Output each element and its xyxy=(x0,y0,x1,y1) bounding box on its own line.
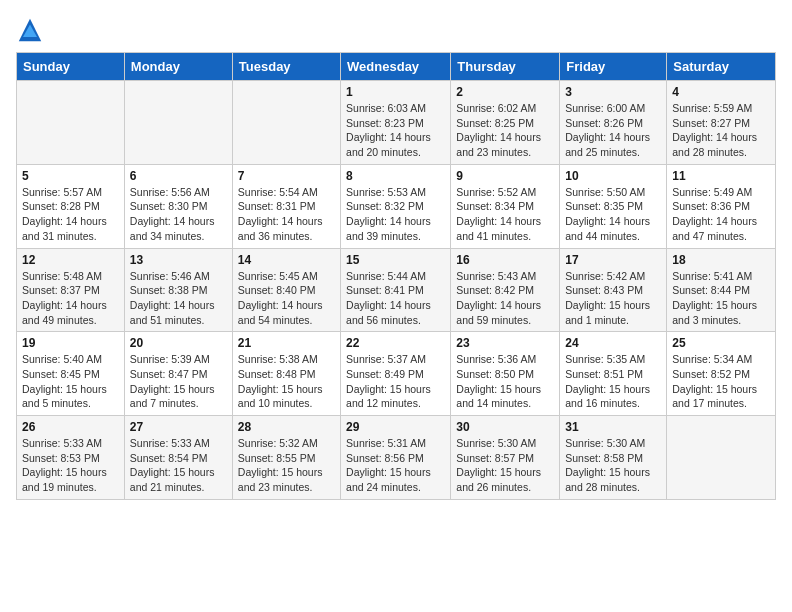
day-cell: 21Sunrise: 5:38 AM Sunset: 8:48 PM Dayli… xyxy=(232,332,340,416)
day-info: Sunrise: 5:46 AM Sunset: 8:38 PM Dayligh… xyxy=(130,269,227,328)
day-cell: 29Sunrise: 5:31 AM Sunset: 8:56 PM Dayli… xyxy=(341,416,451,500)
day-number: 19 xyxy=(22,336,119,350)
day-cell: 20Sunrise: 5:39 AM Sunset: 8:47 PM Dayli… xyxy=(124,332,232,416)
day-info: Sunrise: 5:43 AM Sunset: 8:42 PM Dayligh… xyxy=(456,269,554,328)
day-info: Sunrise: 5:41 AM Sunset: 8:44 PM Dayligh… xyxy=(672,269,770,328)
day-number: 20 xyxy=(130,336,227,350)
day-cell: 22Sunrise: 5:37 AM Sunset: 8:49 PM Dayli… xyxy=(341,332,451,416)
day-cell xyxy=(17,81,125,165)
day-number: 9 xyxy=(456,169,554,183)
day-number: 21 xyxy=(238,336,335,350)
day-info: Sunrise: 5:49 AM Sunset: 8:36 PM Dayligh… xyxy=(672,185,770,244)
day-cell: 9Sunrise: 5:52 AM Sunset: 8:34 PM Daylig… xyxy=(451,164,560,248)
day-number: 16 xyxy=(456,253,554,267)
day-info: Sunrise: 5:36 AM Sunset: 8:50 PM Dayligh… xyxy=(456,352,554,411)
day-cell: 6Sunrise: 5:56 AM Sunset: 8:30 PM Daylig… xyxy=(124,164,232,248)
day-info: Sunrise: 5:32 AM Sunset: 8:55 PM Dayligh… xyxy=(238,436,335,495)
day-cell: 31Sunrise: 5:30 AM Sunset: 8:58 PM Dayli… xyxy=(560,416,667,500)
day-cell: 26Sunrise: 5:33 AM Sunset: 8:53 PM Dayli… xyxy=(17,416,125,500)
day-cell: 18Sunrise: 5:41 AM Sunset: 8:44 PM Dayli… xyxy=(667,248,776,332)
day-number: 1 xyxy=(346,85,445,99)
day-number: 22 xyxy=(346,336,445,350)
day-number: 5 xyxy=(22,169,119,183)
page-header xyxy=(16,16,776,44)
day-info: Sunrise: 5:40 AM Sunset: 8:45 PM Dayligh… xyxy=(22,352,119,411)
day-info: Sunrise: 5:34 AM Sunset: 8:52 PM Dayligh… xyxy=(672,352,770,411)
day-cell: 3Sunrise: 6:00 AM Sunset: 8:26 PM Daylig… xyxy=(560,81,667,165)
day-info: Sunrise: 5:56 AM Sunset: 8:30 PM Dayligh… xyxy=(130,185,227,244)
day-info: Sunrise: 5:39 AM Sunset: 8:47 PM Dayligh… xyxy=(130,352,227,411)
day-info: Sunrise: 5:45 AM Sunset: 8:40 PM Dayligh… xyxy=(238,269,335,328)
header-tuesday: Tuesday xyxy=(232,53,340,81)
day-info: Sunrise: 5:35 AM Sunset: 8:51 PM Dayligh… xyxy=(565,352,661,411)
header-monday: Monday xyxy=(124,53,232,81)
day-info: Sunrise: 5:48 AM Sunset: 8:37 PM Dayligh… xyxy=(22,269,119,328)
day-number: 12 xyxy=(22,253,119,267)
day-cell: 10Sunrise: 5:50 AM Sunset: 8:35 PM Dayli… xyxy=(560,164,667,248)
day-number: 29 xyxy=(346,420,445,434)
day-number: 15 xyxy=(346,253,445,267)
day-cell xyxy=(232,81,340,165)
day-number: 30 xyxy=(456,420,554,434)
day-info: Sunrise: 6:00 AM Sunset: 8:26 PM Dayligh… xyxy=(565,101,661,160)
day-cell: 14Sunrise: 5:45 AM Sunset: 8:40 PM Dayli… xyxy=(232,248,340,332)
day-cell: 2Sunrise: 6:02 AM Sunset: 8:25 PM Daylig… xyxy=(451,81,560,165)
day-cell: 7Sunrise: 5:54 AM Sunset: 8:31 PM Daylig… xyxy=(232,164,340,248)
logo xyxy=(16,16,48,44)
day-info: Sunrise: 5:33 AM Sunset: 8:54 PM Dayligh… xyxy=(130,436,227,495)
day-cell: 8Sunrise: 5:53 AM Sunset: 8:32 PM Daylig… xyxy=(341,164,451,248)
day-info: Sunrise: 5:50 AM Sunset: 8:35 PM Dayligh… xyxy=(565,185,661,244)
header-friday: Friday xyxy=(560,53,667,81)
day-number: 14 xyxy=(238,253,335,267)
day-info: Sunrise: 5:44 AM Sunset: 8:41 PM Dayligh… xyxy=(346,269,445,328)
day-info: Sunrise: 5:52 AM Sunset: 8:34 PM Dayligh… xyxy=(456,185,554,244)
day-cell: 12Sunrise: 5:48 AM Sunset: 8:37 PM Dayli… xyxy=(17,248,125,332)
day-cell: 13Sunrise: 5:46 AM Sunset: 8:38 PM Dayli… xyxy=(124,248,232,332)
calendar-header: SundayMondayTuesdayWednesdayThursdayFrid… xyxy=(17,53,776,81)
day-cell: 30Sunrise: 5:30 AM Sunset: 8:57 PM Dayli… xyxy=(451,416,560,500)
day-number: 31 xyxy=(565,420,661,434)
day-cell: 28Sunrise: 5:32 AM Sunset: 8:55 PM Dayli… xyxy=(232,416,340,500)
day-number: 3 xyxy=(565,85,661,99)
day-number: 28 xyxy=(238,420,335,434)
day-number: 25 xyxy=(672,336,770,350)
day-cell xyxy=(124,81,232,165)
day-info: Sunrise: 6:03 AM Sunset: 8:23 PM Dayligh… xyxy=(346,101,445,160)
day-number: 2 xyxy=(456,85,554,99)
day-number: 27 xyxy=(130,420,227,434)
day-number: 24 xyxy=(565,336,661,350)
day-info: Sunrise: 5:59 AM Sunset: 8:27 PM Dayligh… xyxy=(672,101,770,160)
week-row-1: 5Sunrise: 5:57 AM Sunset: 8:28 PM Daylig… xyxy=(17,164,776,248)
calendar-table: SundayMondayTuesdayWednesdayThursdayFrid… xyxy=(16,52,776,500)
day-number: 26 xyxy=(22,420,119,434)
day-cell: 4Sunrise: 5:59 AM Sunset: 8:27 PM Daylig… xyxy=(667,81,776,165)
day-number: 4 xyxy=(672,85,770,99)
day-info: Sunrise: 5:54 AM Sunset: 8:31 PM Dayligh… xyxy=(238,185,335,244)
week-row-2: 12Sunrise: 5:48 AM Sunset: 8:37 PM Dayli… xyxy=(17,248,776,332)
day-info: Sunrise: 5:53 AM Sunset: 8:32 PM Dayligh… xyxy=(346,185,445,244)
day-info: Sunrise: 5:31 AM Sunset: 8:56 PM Dayligh… xyxy=(346,436,445,495)
day-info: Sunrise: 5:33 AM Sunset: 8:53 PM Dayligh… xyxy=(22,436,119,495)
day-cell: 15Sunrise: 5:44 AM Sunset: 8:41 PM Dayli… xyxy=(341,248,451,332)
day-cell: 23Sunrise: 5:36 AM Sunset: 8:50 PM Dayli… xyxy=(451,332,560,416)
week-row-3: 19Sunrise: 5:40 AM Sunset: 8:45 PM Dayli… xyxy=(17,332,776,416)
day-number: 18 xyxy=(672,253,770,267)
day-number: 23 xyxy=(456,336,554,350)
day-info: Sunrise: 6:02 AM Sunset: 8:25 PM Dayligh… xyxy=(456,101,554,160)
day-cell xyxy=(667,416,776,500)
day-cell: 17Sunrise: 5:42 AM Sunset: 8:43 PM Dayli… xyxy=(560,248,667,332)
logo-icon xyxy=(16,16,44,44)
day-info: Sunrise: 5:38 AM Sunset: 8:48 PM Dayligh… xyxy=(238,352,335,411)
day-number: 6 xyxy=(130,169,227,183)
day-number: 17 xyxy=(565,253,661,267)
day-cell: 25Sunrise: 5:34 AM Sunset: 8:52 PM Dayli… xyxy=(667,332,776,416)
day-info: Sunrise: 5:57 AM Sunset: 8:28 PM Dayligh… xyxy=(22,185,119,244)
day-cell: 27Sunrise: 5:33 AM Sunset: 8:54 PM Dayli… xyxy=(124,416,232,500)
day-info: Sunrise: 5:30 AM Sunset: 8:58 PM Dayligh… xyxy=(565,436,661,495)
day-cell: 11Sunrise: 5:49 AM Sunset: 8:36 PM Dayli… xyxy=(667,164,776,248)
day-cell: 19Sunrise: 5:40 AM Sunset: 8:45 PM Dayli… xyxy=(17,332,125,416)
header-thursday: Thursday xyxy=(451,53,560,81)
header-row: SundayMondayTuesdayWednesdayThursdayFrid… xyxy=(17,53,776,81)
week-row-0: 1Sunrise: 6:03 AM Sunset: 8:23 PM Daylig… xyxy=(17,81,776,165)
day-info: Sunrise: 5:30 AM Sunset: 8:57 PM Dayligh… xyxy=(456,436,554,495)
